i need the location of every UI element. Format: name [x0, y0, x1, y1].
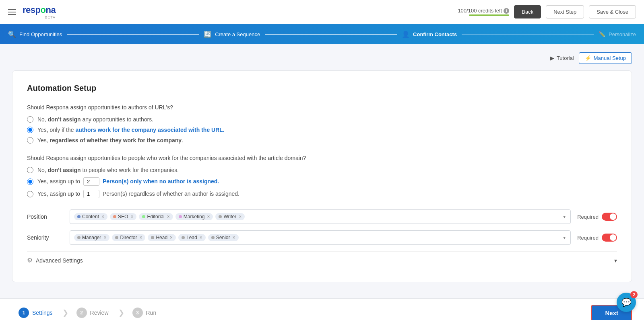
bottom-step-settings[interactable]: 1 Settings — [12, 304, 61, 320]
q1-option-yes-company[interactable]: Yes, only if the authors work for the co… — [27, 127, 617, 133]
step-find-label: Find Opportunities — [19, 31, 62, 37]
position-tag-input[interactable]: Content × SEO × Editorial × Marketing × … — [70, 209, 571, 224]
seniority-required-toggle[interactable] — [602, 234, 617, 242]
search-icon: 🔍 — [8, 31, 16, 38]
progress-steps: 🔍 Find Opportunities 🔄 Create a Sequence… — [8, 31, 636, 38]
step-confirm-label: Confirm Contacts — [413, 31, 457, 37]
tag-seo: SEO × — [110, 213, 136, 220]
chat-icon: 💬 — [621, 297, 632, 307]
contacts-icon: 👤 — [402, 31, 410, 38]
credits-bar-fill — [469, 14, 509, 16]
step-num-3: 3 — [132, 308, 143, 318]
bottom-step-run[interactable]: 3 Run — [126, 304, 165, 320]
credits-info-icon[interactable]: ℹ — [504, 8, 509, 14]
steps-nav: 1 Settings ❯ 2 Review ❯ 3 Run — [12, 304, 164, 320]
progress-bar: 🔍 Find Opportunities 🔄 Create a Sequence… — [0, 24, 644, 44]
chat-bubble[interactable]: 💬 2 — [617, 293, 636, 312]
seniority-dropdown-arrow[interactable]: ▼ — [562, 236, 566, 240]
q1-radio-yes-company[interactable] — [27, 127, 33, 133]
step-run-label: Run — [146, 310, 157, 316]
card-title: Automation Setup — [27, 84, 617, 93]
advanced-settings[interactable]: ⚙ Advanced Settings ▾ — [27, 251, 617, 269]
credits-text: 100/100 credits left ℹ — [458, 8, 509, 14]
q1-option-yes-regardless[interactable]: Yes, regardless of whether they work for… — [27, 137, 617, 144]
tag-marketing: Marketing × — [175, 213, 213, 220]
header-right: 100/100 credits left ℹ Back Next Step Sa… — [458, 5, 636, 18]
tag-director: Director × — [112, 234, 145, 241]
seniority-row: Seniority Manager × Director × Head × Le… — [27, 230, 617, 245]
automation-setup-card: Automation Setup Should Respona assign o… — [12, 70, 632, 282]
chevron-down-icon: ▾ — [614, 257, 617, 264]
step-create-sequence[interactable]: 🔄 Create a Sequence — [204, 31, 260, 38]
back-button[interactable]: Back — [514, 5, 541, 18]
q2-option-no-people[interactable]: No, don't assign to people who work for … — [27, 167, 617, 173]
q2-radio-no-people[interactable] — [27, 167, 33, 173]
bottom-nav: 1 Settings ❯ 2 Review ❯ 3 Run Next — [0, 298, 644, 320]
credits-bar — [469, 14, 509, 16]
edit-icon: ✏️ — [599, 31, 605, 37]
step-line-2 — [265, 34, 397, 35]
logo: respona BETA — [23, 5, 56, 19]
step-find-opportunities[interactable]: 🔍 Find Opportunities — [8, 31, 62, 38]
step-num-2: 2 — [76, 308, 87, 318]
header-left: respona BETA — [8, 5, 56, 19]
header: respona BETA 100/100 credits left ℹ Back… — [0, 0, 644, 24]
manual-setup-button[interactable]: ⚡ Manual Setup — [579, 52, 632, 64]
logo-beta: BETA — [23, 15, 56, 19]
q2-radio-yes-upto2[interactable] — [27, 178, 33, 185]
next-step-button[interactable]: Next Step — [546, 5, 584, 18]
position-required-toggle[interactable] — [602, 213, 617, 221]
q2-radio-yes-upto1[interactable] — [27, 191, 33, 197]
position-row: Position Content × SEO × Editorial × Mar… — [27, 209, 617, 224]
step-settings-label: Settings — [32, 310, 53, 316]
question1-text: Should Respona assign opportunities to a… — [27, 104, 617, 111]
tag-manager: Manager × — [74, 234, 109, 241]
position-label: Position — [27, 213, 63, 220]
step-arrow-2: ❯ — [118, 308, 124, 317]
step-review-label: Review — [90, 310, 109, 316]
step-sequence-label: Create a Sequence — [215, 31, 260, 37]
step-line-1 — [67, 34, 199, 35]
q1-option-no-assign[interactable]: No, don't assign any opportunities to au… — [27, 116, 617, 123]
seniority-tag-input[interactable]: Manager × Director × Head × Lead × Senio… — [70, 230, 571, 245]
question2-section: Should Respona assign opportunities to p… — [27, 155, 617, 198]
tag-content: Content × — [74, 213, 107, 220]
upto1-number-input[interactable] — [83, 190, 99, 198]
step-num-1: 1 — [19, 308, 29, 318]
advanced-settings-label: Advanced Settings — [36, 257, 83, 264]
tag-editorial: Editorial × — [139, 213, 173, 220]
top-actions: ▶ Tutorial ⚡ Manual Setup — [12, 52, 632, 64]
step-line-3 — [462, 34, 594, 35]
menu-button[interactable] — [8, 9, 16, 15]
sequence-icon: 🔄 — [204, 31, 212, 38]
upto2-number-input[interactable] — [83, 177, 99, 186]
seniority-label: Seniority — [27, 234, 63, 241]
logo-text: respona — [23, 5, 56, 15]
q2-option-yes-upto2[interactable]: Yes, assign up to Person(s) only when no… — [27, 177, 617, 186]
tag-lead: Lead × — [178, 234, 206, 241]
q2-option-yes-upto1[interactable]: Yes, assign up to Person(s) regardless o… — [27, 190, 617, 198]
save-close-button[interactable]: Save & Close — [589, 5, 636, 18]
step-personalize[interactable]: ✏️ Personalize — [599, 31, 636, 37]
tag-head: Head × — [148, 234, 176, 241]
credits-info: 100/100 credits left ℹ — [458, 8, 509, 16]
tutorial-button[interactable]: ▶ Tutorial — [550, 55, 574, 61]
step-confirm-contacts[interactable]: 👤 Confirm Contacts — [402, 31, 457, 38]
seniority-required: Required — [577, 234, 617, 242]
flash-icon: ⚡ — [585, 55, 591, 61]
tag-senior: Senior × — [208, 234, 239, 241]
position-dropdown-arrow[interactable]: ▼ — [562, 215, 566, 219]
main-content: ▶ Tutorial ⚡ Manual Setup Automation Set… — [0, 44, 644, 298]
position-required: Required — [577, 213, 617, 221]
tag-writer: Writer × — [215, 213, 245, 220]
chat-badge: 2 — [630, 291, 638, 298]
play-icon: ▶ — [550, 55, 554, 61]
step-arrow-1: ❯ — [62, 308, 68, 317]
q1-radio-no-assign[interactable] — [27, 116, 33, 123]
bottom-step-review[interactable]: 2 Review — [70, 304, 117, 320]
gear-icon: ⚙ — [27, 256, 33, 264]
q1-radio-yes-regardless[interactable] — [27, 137, 33, 144]
question2-text: Should Respona assign opportunities to p… — [27, 155, 617, 161]
question1-section: Should Respona assign opportunities to a… — [27, 104, 617, 144]
step-personalize-label: Personalize — [609, 31, 636, 37]
